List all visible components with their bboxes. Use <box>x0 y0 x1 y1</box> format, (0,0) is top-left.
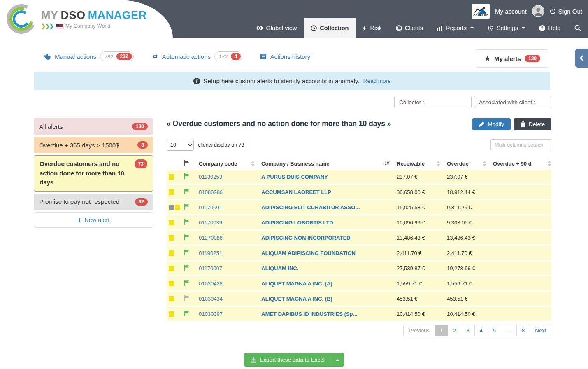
read-more-link[interactable]: Read more <box>363 78 391 84</box>
flag-icon[interactable] <box>184 280 199 287</box>
nav-settings[interactable]: Settings <box>481 18 532 38</box>
company-code-link[interactable]: 01130253 <box>199 174 261 180</box>
tab-actions-history[interactable]: Actions history <box>260 53 310 60</box>
page-2[interactable]: 2 <box>448 325 461 336</box>
sort-icon[interactable] <box>548 161 551 166</box>
company-name-link[interactable]: ADIPISCING ELIT CURABITUR ASSO... <box>261 204 397 210</box>
alert-filter-item[interactable]: Overdue + 365 days > 1500$3 <box>34 137 153 153</box>
header-receivable[interactable]: Receivable <box>397 161 447 167</box>
company-name-link[interactable]: ADIPISCING LOBORTIS LTD <box>261 220 397 226</box>
alert-filter-item[interactable]: Overdue customers and no action done for… <box>34 155 153 192</box>
download-icon <box>251 357 256 363</box>
chevron-down-icon <box>470 27 474 29</box>
export-dropdown-toggle[interactable] <box>331 353 344 366</box>
status-square-yellow <box>169 235 174 241</box>
my-alerts-badge: 130 <box>525 55 540 62</box>
header-overdue[interactable]: Overdue <box>447 161 493 167</box>
alert-count-badge: 130 <box>132 123 148 130</box>
nav-risk[interactable]: Risk <box>356 18 388 38</box>
nav-search[interactable] <box>567 18 588 38</box>
flag-icon[interactable] <box>184 204 199 211</box>
us-flag-icon <box>56 24 63 28</box>
tab-manual-actions[interactable]: Manual actions 782232 <box>44 51 134 61</box>
avatar[interactable] <box>532 5 544 17</box>
flag-header-icon[interactable] <box>184 160 199 167</box>
flag-icon[interactable] <box>184 311 199 318</box>
sort-icon[interactable] <box>251 161 255 166</box>
client-filter-input[interactable] <box>474 96 551 108</box>
alert-filter-item[interactable]: All alerts130 <box>34 118 153 135</box>
page-previous[interactable]: Previous <box>403 325 435 336</box>
flag-icon[interactable] <box>184 173 199 180</box>
company-code-link[interactable]: 01170001 <box>199 204 261 210</box>
my-account-link[interactable]: My account <box>495 8 527 15</box>
overdue-value: 237.07 € <box>447 174 493 180</box>
page-5[interactable]: 5 <box>488 325 501 336</box>
app-logo[interactable]: MYDSOMANAGER ❯❯❯ My Company World <box>0 0 173 34</box>
export-excel-button[interactable]: Export these data to Excel <box>244 353 344 367</box>
nav-clients[interactable]: Clients <box>389 18 430 38</box>
sort-icon[interactable] <box>437 161 440 166</box>
company-code-link[interactable]: 01030428 <box>199 280 261 287</box>
status-square-yellow <box>169 296 174 301</box>
company-name-link[interactable]: A PURUS DUIS COMPANY <box>261 174 397 180</box>
new-alert-button[interactable]: + New alert <box>34 212 153 228</box>
flag-icon[interactable] <box>184 265 199 272</box>
table-body: 01130253A PURUS DUIS COMPANY237.07 €237.… <box>167 170 551 321</box>
company-name-link[interactable]: ALIQUET MAGNA A INC. (B) <box>261 296 397 302</box>
nav-global-view[interactable]: Global view <box>249 18 304 38</box>
company-code-link[interactable]: 01170007 <box>199 265 261 271</box>
flag-icon[interactable] <box>184 189 199 196</box>
page-size-select[interactable]: 10 <box>167 140 194 151</box>
nav-collection[interactable]: Collection <box>304 18 356 38</box>
company-code-link[interactable]: 01270086 <box>199 235 261 241</box>
company-logo[interactable]: COMPANY <box>472 4 490 19</box>
company-code-link[interactable]: 01080286 <box>199 189 261 195</box>
table-header: Company code Company / Business name Rec… <box>167 157 551 170</box>
company-code-link[interactable]: 01170039 <box>199 220 261 226</box>
company-code-link[interactable]: 01030397 <box>199 311 261 317</box>
delete-button[interactable]: Delete <box>514 118 551 130</box>
status-squares <box>167 220 184 225</box>
flag-icon[interactable] <box>184 250 199 257</box>
company-name-link[interactable]: ALIQUAM INC. <box>261 265 397 271</box>
company-name-link[interactable]: AMET DAPIBUS ID INDUSTRIES (Sp... <box>261 311 397 317</box>
nav-help[interactable]: ? Help <box>532 18 567 38</box>
company-code-link[interactable]: 01030434 <box>199 296 261 302</box>
sign-out-button[interactable]: Sign Out <box>550 8 582 15</box>
modify-button[interactable]: Modify <box>472 118 511 130</box>
page-8[interactable]: 8 <box>516 325 530 336</box>
company-name-link[interactable]: ALIQUET MAGNA A INC. (A) <box>261 280 397 287</box>
header-company-name[interactable]: Company / Business name <box>261 161 397 167</box>
page-next[interactable]: Next <box>530 325 551 336</box>
flag-icon[interactable] <box>184 234 199 241</box>
tab-my-alerts[interactable]: ★ My alerts 130 <box>476 49 548 68</box>
nav-reports[interactable]: Reports <box>430 18 481 38</box>
header-company-code[interactable]: Company code <box>199 161 261 167</box>
page-1[interactable]: 1 <box>435 325 448 336</box>
bolt-icon <box>363 25 367 31</box>
page-3[interactable]: 3 <box>461 325 474 336</box>
header-overdue-90[interactable]: Overdue + 90 d <box>493 161 551 167</box>
company-name-link[interactable]: ACCUMSAN LAOREET LLP <box>261 189 397 195</box>
alert-filter-item[interactable]: Promise to pay not respected62 <box>34 194 153 210</box>
flag-icon[interactable] <box>184 219 199 226</box>
status-squares <box>167 174 184 180</box>
table-row: 01190251ALIQUAM ADIPISCING FOUNDATION2,4… <box>167 246 551 260</box>
company-name-link[interactable]: ALIQUAM ADIPISCING FOUNDATION <box>261 250 397 256</box>
sort-active-icon[interactable] <box>384 161 390 167</box>
tab-automatic-actions[interactable]: Automatic actions 1724 <box>152 51 243 61</box>
multi-column-search-input[interactable] <box>490 139 551 150</box>
page-ellipsis[interactable]: … <box>501 325 517 336</box>
company-code-link[interactable]: 01190251 <box>199 250 261 256</box>
status-square-yellow <box>169 174 174 180</box>
side-panel-toggle[interactable] <box>575 49 588 68</box>
company-name-link[interactable]: ADIPISCING NON INCORPORATED <box>261 235 397 241</box>
alert-filter-label: Overdue + 365 days > 1500$ <box>39 142 123 149</box>
bar-chart-icon <box>437 26 443 31</box>
sort-icon[interactable] <box>483 161 486 166</box>
page-4[interactable]: 4 <box>474 325 488 336</box>
flag-icon[interactable] <box>184 295 199 302</box>
collector-filter-input[interactable] <box>394 96 472 108</box>
manual-actions-badge: 232 <box>116 53 132 60</box>
